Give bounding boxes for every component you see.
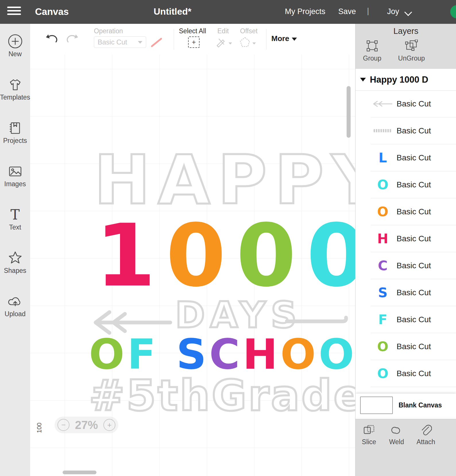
layer-row[interactable]: F Basic Cut <box>371 306 456 333</box>
layer-row[interactable]: O Basic Cut <box>371 360 456 387</box>
design-canvas[interactable]: HAPPY 1000 DAYS OFSCHOOL #5thGrade − 27%… <box>30 55 355 476</box>
letter-layer-thumbnail: F <box>378 313 387 326</box>
ungroup-label: UnGroup <box>398 55 425 62</box>
layers-panel-header: Layers Group UnGroup <box>355 24 456 69</box>
blank-canvas-label: Blank Canvas <box>399 401 442 409</box>
digit-0[interactable]: 0 <box>236 206 307 306</box>
digit-0[interactable]: 0 <box>306 206 355 306</box>
operation-value: Basic Cut <box>98 38 127 46</box>
layer-type-label: Basic Cut <box>397 315 431 324</box>
triangle-down-icon[interactable] <box>360 78 366 81</box>
chevron-down-icon <box>138 41 142 44</box>
caret-down-icon <box>292 38 297 41</box>
top-bar: Canvas Untitled* My Projects Save | Joy <box>0 0 456 24</box>
sidebar-item-templates[interactable]: Templates <box>0 67 30 110</box>
design-text-1000[interactable]: 1000 <box>96 213 355 299</box>
more-button[interactable]: More <box>271 34 297 43</box>
design-text-days[interactable]: DAYS <box>175 297 302 333</box>
layer-row[interactable]: C Basic Cut <box>371 252 456 279</box>
sidebar-item-new[interactable]: New <box>0 24 30 67</box>
sidebar-item-text[interactable]: T Text <box>0 197 30 240</box>
sidebar-item-images[interactable]: Images <box>0 154 30 197</box>
blank-canvas-row[interactable]: Blank Canvas <box>355 394 456 417</box>
horizontal-scrollbar[interactable] <box>63 471 96 474</box>
sidebar-item-label: Shapes <box>4 267 26 275</box>
layer-type-label: Basic Cut <box>397 153 431 162</box>
sidebar-item-label: Templates <box>0 94 30 101</box>
design-text-of-school[interactable]: OFSCHOOL <box>89 333 355 375</box>
redo-icon[interactable] <box>66 33 79 46</box>
layers-panel: Layers Group UnGroup Happy 1000 D Basic … <box>355 24 456 476</box>
zoom-out-button[interactable]: − <box>57 419 69 431</box>
letter-layer-thumbnail: O <box>377 205 388 218</box>
layer-type-label: Basic Cut <box>397 180 431 189</box>
digit-0[interactable]: 0 <box>166 206 236 306</box>
undo-icon[interactable] <box>45 33 58 46</box>
offset-label: Offset <box>240 27 258 35</box>
chevron-down-icon[interactable] <box>404 8 412 16</box>
vertical-scrollbar[interactable] <box>347 86 351 138</box>
layer-group-row[interactable]: Happy 1000 D <box>355 69 456 91</box>
layer-row[interactable]: O Basic Cut <box>371 387 456 394</box>
sidebar-item-label: New <box>8 50 22 58</box>
letter-layer-thumbnail: C <box>378 259 388 272</box>
weld-button[interactable]: Weld <box>384 424 409 446</box>
star-icon <box>8 250 22 266</box>
layer-row[interactable]: H Basic Cut <box>371 225 456 252</box>
sidebar-item-label: Upload <box>5 310 26 318</box>
color-swatch[interactable] <box>151 38 162 47</box>
layer-row[interactable]: S Basic Cut <box>371 279 456 306</box>
offset-button[interactable] <box>239 36 256 48</box>
project-title: Untitled* <box>154 6 192 17</box>
group-label: Group <box>363 55 381 62</box>
left-sidebar: New Templates Projects Images T Text <box>0 24 30 476</box>
design-text-5thgrade[interactable]: #5thGrade <box>89 374 355 417</box>
slice-button[interactable]: Slice <box>356 424 382 446</box>
my-projects-link[interactable]: My Projects <box>285 7 325 16</box>
toolbar-divider <box>174 29 174 50</box>
select-all-label: Select All <box>179 27 206 35</box>
design-text-happy[interactable]: HAPPY <box>94 146 355 214</box>
sidebar-item-shapes[interactable]: Shapes <box>0 240 30 284</box>
ungroup-button[interactable]: UnGroup <box>397 40 426 62</box>
layer-row[interactable]: Basic Cut <box>371 117 456 144</box>
zoom-in-button[interactable]: + <box>103 419 115 431</box>
digit-1[interactable]: 1 <box>96 206 166 306</box>
layer-row[interactable]: O Basic Cut <box>371 333 456 360</box>
operation-label: Operation <box>94 27 123 35</box>
text-layer-thumbnail <box>371 129 395 132</box>
edit-tools-button[interactable] <box>215 36 232 48</box>
layer-type-label: Basic Cut <box>397 99 431 108</box>
group-button[interactable]: Group <box>358 40 387 62</box>
layer-type-label: Basic Cut <box>397 126 431 135</box>
sidebar-item-upload[interactable]: Upload <box>0 284 30 327</box>
ungroup-icon <box>405 40 418 52</box>
layer-row[interactable]: O Basic Cut <box>371 171 456 198</box>
attach-button[interactable]: Attach <box>413 424 439 446</box>
letter-layer-thumbnail: L <box>378 151 387 164</box>
user-menu[interactable]: Joy <box>387 7 399 16</box>
sidebar-item-projects[interactable]: Projects <box>0 110 30 154</box>
toolbar-divider <box>266 29 266 50</box>
weld-label: Weld <box>389 438 404 446</box>
layer-group-title: Happy 1000 D <box>370 75 428 85</box>
avatar[interactable] <box>450 5 456 18</box>
notebook-icon <box>8 120 23 136</box>
layer-row[interactable]: O Basic Cut <box>371 198 456 225</box>
layers-title: Layers <box>355 26 456 36</box>
layer-type-label: Basic Cut <box>397 261 431 270</box>
hamburger-menu-icon[interactable] <box>7 5 21 16</box>
cloud-upload-icon <box>7 293 23 310</box>
letter-layer-thumbnail: H <box>377 232 389 245</box>
operation-dropdown[interactable]: Basic Cut <box>94 36 146 48</box>
letter-layer-thumbnail: O <box>377 340 388 353</box>
select-all-button[interactable]: + <box>188 36 200 48</box>
arrow-graphic-right[interactable] <box>285 311 348 333</box>
group-icon <box>366 40 378 52</box>
slice-label: Slice <box>362 438 376 446</box>
save-button[interactable]: Save <box>338 7 356 16</box>
zoom-level: 27% <box>75 419 98 432</box>
zoom-control: − 27% + <box>55 417 118 433</box>
layer-row[interactable]: L Basic Cut <box>371 144 456 171</box>
layer-row[interactable]: Basic Cut <box>371 90 456 117</box>
